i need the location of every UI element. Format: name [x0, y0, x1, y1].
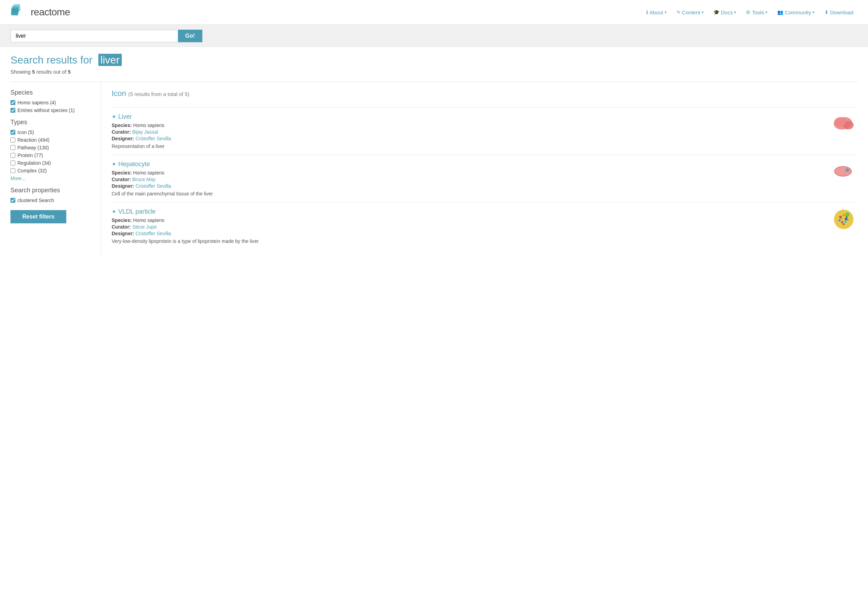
vldl-species-value: Homo sapiens [133, 217, 164, 223]
result-item-hepatocyte: ✦ Hepatocyte Species: Homo sapiens Curat… [112, 155, 858, 202]
query-highlight: liver [98, 54, 122, 66]
clustered-search-checkbox[interactable] [10, 198, 15, 203]
vldl-description: Very-low-density lipoprotein is a type o… [112, 238, 824, 244]
sidebar: Species Homo sapiens (4) Entries without… [10, 82, 101, 257]
liver-plus-icon: ✦ [112, 114, 116, 120]
liver-curator-value[interactable]: Bijay Jassal [132, 129, 158, 135]
about-icon: ℹ [646, 9, 648, 15]
nav-docs[interactable]: 🎓 Docs ▾ [709, 7, 740, 18]
liver-curator-label: Curator: [112, 129, 131, 135]
community-arrow: ▾ [812, 10, 815, 15]
vldl-image [830, 208, 858, 231]
showing-total: 5 [68, 69, 71, 75]
svg-rect-2 [11, 8, 19, 16]
species-filter-no-species[interactable]: Entries without species (1) [10, 108, 95, 113]
nav-community[interactable]: 👥 Community ▾ [773, 7, 819, 18]
hepatocyte-species-meta: Species: Homo sapiens [112, 170, 824, 176]
species-filter-homo[interactable]: Homo sapiens (4) [10, 100, 95, 105]
vldl-curator-label: Curator: [112, 224, 131, 230]
reset-filters-button[interactable]: Reset filters [10, 210, 66, 223]
nav-download-label: Download [830, 9, 853, 15]
type-filter-protein[interactable]: Protein (77) [10, 152, 95, 158]
hepatocyte-species-value: Homo sapiens [133, 170, 164, 176]
showing-count: 5 [32, 69, 35, 75]
type-filter-complex[interactable]: Complex (32) [10, 168, 95, 173]
hepatocyte-svg [831, 161, 856, 180]
liver-species-meta: Species: Homo sapiens [112, 123, 824, 128]
type-complex-checkbox[interactable] [10, 168, 15, 173]
type-pathway-checkbox[interactable] [10, 145, 15, 150]
svg-point-9 [834, 210, 853, 229]
result-title-liver[interactable]: ✦ Liver [112, 113, 824, 120]
main-content: Search results for liver Showing 5 resul… [0, 47, 868, 263]
vldl-designer-value[interactable]: Cristoffer Sevilla [135, 231, 171, 236]
svg-point-15 [844, 220, 846, 223]
clustered-search-filter[interactable]: clustered Search [10, 198, 95, 203]
type-regulation-label: Regulation (34) [18, 160, 51, 166]
vldl-svg [833, 208, 855, 231]
type-filter-icon[interactable]: Icon (5) [10, 130, 95, 135]
type-filter-regulation[interactable]: Regulation (34) [10, 160, 95, 166]
liver-svg [831, 113, 856, 132]
liver-image [830, 113, 858, 132]
nav-tools-label: Tools [752, 9, 764, 15]
results-count: Showing 5 results out of 5 [10, 69, 858, 75]
hepatocyte-curator-value[interactable]: Bruce May [132, 177, 156, 182]
nav-about[interactable]: ℹ About ▾ [642, 7, 670, 18]
search-go-button[interactable]: Go! [178, 30, 202, 42]
result-body-liver: ✦ Liver Species: Homo sapiens Curator: B… [112, 113, 824, 149]
header: reactome ℹ About ▾ ✎ Content ▾ 🎓 Docs ▾ … [0, 0, 868, 25]
liver-species-label: Species: [112, 123, 132, 128]
hepatocyte-image [830, 161, 858, 180]
result-item-vldl: ✦ VLDL particle Species: Homo sapiens Cu… [112, 202, 858, 250]
liver-designer-meta: Designer: Cristoffer Sevilla [112, 136, 824, 141]
nav-content[interactable]: ✎ Content ▾ [672, 7, 708, 18]
types-title: Types [10, 119, 95, 126]
species-no-species-checkbox[interactable] [10, 108, 15, 113]
species-no-species-label: Entries without species (1) [18, 108, 75, 113]
docs-icon: 🎓 [713, 9, 719, 15]
type-reaction-checkbox[interactable] [10, 137, 15, 142]
vldl-curator-meta: Curator: Steve Jupe [112, 224, 824, 230]
content-arrow: ▾ [701, 10, 704, 15]
search-bar-area: Go! [0, 25, 868, 47]
search-input[interactable] [10, 30, 178, 42]
type-header-label: Icon [112, 89, 126, 98]
species-homo-checkbox[interactable] [10, 100, 15, 105]
nav-docs-label: Docs [721, 9, 733, 15]
hepatocyte-designer-meta: Designer: Cristoffer Sevilla [112, 183, 824, 189]
clustered-search-label: clustered Search [18, 198, 54, 203]
type-regulation-checkbox[interactable] [10, 161, 15, 165]
type-pathway-label: Pathway (130) [18, 145, 49, 151]
about-arrow: ▾ [664, 10, 667, 15]
hepatocyte-description: Cell of the main parenchymal tissue of t… [112, 191, 824, 197]
result-title-vldl[interactable]: ✦ VLDL particle [112, 208, 824, 215]
svg-point-13 [838, 220, 840, 222]
type-protein-checkbox[interactable] [10, 153, 15, 158]
hepatocyte-designer-value[interactable]: Cristoffer Sevilla [135, 183, 171, 189]
type-count-text: (5 results from a total of 5) [128, 91, 189, 97]
type-icon-checkbox[interactable] [10, 130, 15, 135]
nav-download[interactable]: ⬇ Download [820, 7, 858, 18]
result-item-liver: ✦ Liver Species: Homo sapiens Curator: B… [112, 107, 858, 155]
svg-point-14 [841, 221, 843, 224]
vldl-curator-value[interactable]: Steve Jupe [132, 224, 156, 230]
nav-content-label: Content [682, 9, 701, 15]
type-filter-reaction[interactable]: Reaction (494) [10, 137, 95, 143]
liver-designer-value[interactable]: Cristoffer Sevilla [135, 136, 171, 141]
liver-curator-meta: Curator: Bijay Jassal [112, 129, 824, 135]
showing-mid: results out of [36, 69, 66, 75]
svg-point-11 [843, 214, 845, 216]
hepatocyte-designer-label: Designer: [112, 183, 134, 189]
hepatocyte-species-label: Species: [112, 170, 132, 176]
tools-icon: ⚙ [746, 9, 750, 15]
result-title-hepatocyte[interactable]: ✦ Hepatocyte [112, 161, 824, 168]
type-filter-pathway[interactable]: Pathway (130) [10, 145, 95, 151]
main-nav: ℹ About ▾ ✎ Content ▾ 🎓 Docs ▾ ⚙ Tools ▾… [642, 7, 858, 18]
vldl-plus-icon: ✦ [112, 208, 116, 215]
more-link[interactable]: More... [10, 176, 95, 181]
nav-tools[interactable]: ⚙ Tools ▾ [742, 7, 772, 18]
type-protein-label: Protein (77) [18, 152, 43, 158]
two-col-layout: Species Homo sapiens (4) Entries without… [10, 82, 858, 257]
vldl-species-label: Species: [112, 217, 132, 223]
